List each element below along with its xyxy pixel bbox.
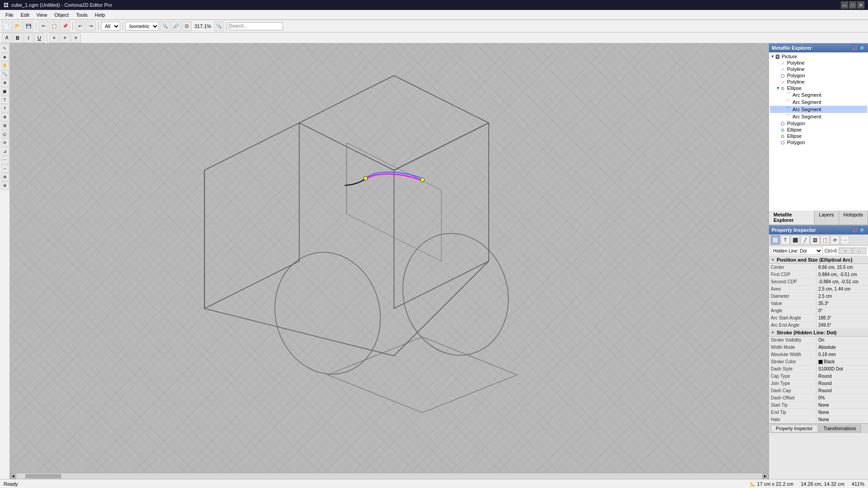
section-toggle-position[interactable]: ▼	[771, 258, 775, 262]
tool15[interactable]: ↔	[1, 164, 9, 173]
tool12[interactable]: ⟳	[1, 139, 9, 147]
line-style-btn1[interactable]: ─	[839, 248, 852, 254]
section-position[interactable]: ▼ Position and Size (Elliptical Arc)	[769, 256, 868, 264]
hidden-line-select[interactable]: Hidden Line: Dot	[771, 247, 823, 255]
new-btn[interactable]: 📄	[2, 21, 12, 31]
zoom-tool[interactable]: 🔍	[1, 70, 9, 78]
align-left-btn[interactable]: ≡	[49, 33, 59, 43]
cut-btn[interactable]: ✂	[38, 21, 48, 31]
prop-panel-pin-btn[interactable]: 📌	[852, 227, 858, 233]
save-btn[interactable]: 💾	[24, 21, 33, 31]
tool6[interactable]: ▣	[1, 87, 9, 95]
menu-tools[interactable]: Tools	[72, 11, 91, 19]
prop-icon-fill[interactable]: ⬛	[791, 235, 800, 244]
redo-btn[interactable]: ↪	[86, 21, 96, 31]
tree-item-ellipse1[interactable]: ▼ ⊙ Ellipse	[770, 85, 867, 91]
menu-object[interactable]: Object	[51, 11, 72, 19]
toggle-ellipse1[interactable]: ▼	[775, 86, 781, 90]
zoom-out-btn[interactable]: 🔎	[171, 21, 181, 31]
prop-icon-geometry[interactable]: ⬜	[771, 235, 780, 244]
tree-item-arc1[interactable]: ⌒ Arc Segment	[770, 91, 867, 99]
tree-item-arc2[interactable]: ⌒ Arc Segment	[770, 99, 867, 106]
prop-panel-controls[interactable]: 📌 ✕	[852, 227, 865, 233]
scroll-left-btn[interactable]: ◂	[10, 474, 16, 479]
prop-icon-transform[interactable]: ⟳	[830, 235, 840, 244]
text-btn[interactable]: A	[2, 33, 12, 43]
zoom-in-btn[interactable]: 🔍	[160, 21, 170, 31]
layer-dropdown[interactable]: All	[101, 22, 120, 31]
maximize-button[interactable]: □	[849, 1, 856, 9]
tab-metafile-explorer[interactable]: Metafile Explorer	[769, 211, 815, 225]
open-btn[interactable]: 📂	[13, 21, 23, 31]
zoom-btn2[interactable]: 🔍	[214, 21, 224, 31]
tool7[interactable]: T	[1, 96, 9, 104]
underline-btn[interactable]: U	[34, 33, 44, 43]
align-center-btn[interactable]: ≡	[60, 33, 70, 43]
menu-help[interactable]: Help	[91, 11, 109, 19]
italic-btn[interactable]: I	[24, 33, 33, 43]
zoom-fit-btn[interactable]: ⊡	[182, 21, 192, 31]
prop-icon-dots[interactable]: ⋯	[840, 235, 849, 244]
panel-header-controls[interactable]: 📌 ✕	[852, 45, 865, 51]
node-tool[interactable]: ◈	[1, 53, 9, 61]
tree-item-polyline1[interactable]: ⟋ Polyline	[770, 60, 867, 66]
prop-panel-close-btn[interactable]: ✕	[859, 227, 865, 233]
paste-btn[interactable]: 📌	[60, 21, 70, 31]
prop-icon-image[interactable]: 🖼	[811, 235, 820, 244]
tree-item-ellipse2[interactable]: ⊙ Ellipse	[770, 127, 867, 133]
tool8[interactable]: T	[1, 104, 9, 113]
toggle-picture[interactable]: ▼	[770, 54, 775, 59]
scroll-right-btn[interactable]: ▸	[762, 474, 769, 479]
tool5[interactable]: ⊕	[1, 79, 9, 87]
section-toggle-stroke[interactable]: ▼	[771, 330, 775, 335]
select-tool[interactable]: ↖	[1, 44, 9, 52]
tree-item-polyline2[interactable]: ⟋ Polyline	[770, 66, 867, 72]
close-button[interactable]: ✕	[857, 1, 864, 9]
prop-icon-stroke[interactable]: ╱	[801, 235, 810, 244]
search-input[interactable]	[229, 22, 283, 30]
property-list[interactable]: ▼ Position and Size (Elliptical Arc) Cen…	[769, 256, 868, 423]
menu-edit[interactable]: Edit	[17, 11, 33, 19]
metafile-tree-view[interactable]: ▼ 🖼 Picture ⟋ Polyline ⟋ Polyline	[769, 52, 868, 211]
tool14[interactable]: ⋯	[1, 156, 9, 164]
tab-hotspots[interactable]: Hotspots	[839, 211, 868, 225]
panel-close-btn[interactable]: ✕	[859, 45, 865, 51]
minimize-button[interactable]: —	[841, 1, 848, 9]
scroll-thumb-h[interactable]	[25, 474, 61, 479]
tab-layers[interactable]: Layers	[815, 211, 839, 225]
scrollbar-horizontal[interactable]: ◂ ▸	[10, 473, 769, 479]
prop-icon-text[interactable]: T	[781, 235, 790, 244]
tree-item-ellipse3[interactable]: ⊙ Ellipse	[770, 133, 867, 139]
tree-item-picture[interactable]: ▼ 🖼 Picture	[770, 53, 867, 60]
tree-item-polygon3[interactable]: ⬡ Polygon	[770, 139, 867, 145]
tree-item-arc3[interactable]: ⌒ Arc Segment	[770, 106, 867, 113]
tab-transformations[interactable]: Transformations	[819, 425, 861, 432]
menu-file[interactable]: File	[2, 11, 17, 19]
title-bar-controls[interactable]: — □ ✕	[841, 1, 864, 9]
tree-item-polygon2[interactable]: ⬡ Polygon	[770, 120, 867, 127]
tree-item-polyline3[interactable]: ⟋ Polyline	[770, 79, 867, 85]
tool13[interactable]: ⊿	[1, 147, 9, 155]
tab-property-inspector[interactable]: Property Inspector	[771, 425, 818, 432]
copy-btn[interactable]: 📋	[49, 21, 59, 31]
prop-row-cap-type: Cap Type Round	[769, 373, 868, 380]
tree-item-arc4[interactable]: ⌒ Arc Segment	[770, 113, 867, 120]
undo-btn[interactable]: ↩	[75, 21, 85, 31]
tool16[interactable]: ⟰	[1, 173, 9, 181]
align-right-btn[interactable]: ≡	[71, 33, 81, 43]
tree-item-polygon1[interactable]: ⬡ Polygon	[770, 72, 867, 79]
prop-icon-meta[interactable]: 📋	[821, 235, 830, 244]
panel-pin-btn[interactable]: 📌	[852, 45, 858, 51]
menu-view[interactable]: View	[33, 11, 51, 19]
hand-tool[interactable]: ✋	[1, 61, 9, 70]
view-dropdown[interactable]: Isometric	[125, 22, 159, 31]
tool9[interactable]: ⊗	[1, 113, 9, 121]
line-style-btn2[interactable]: - -	[853, 248, 866, 254]
scroll-track-h[interactable]	[16, 474, 762, 479]
bold-btn[interactable]: B	[13, 33, 23, 43]
section-stroke[interactable]: ▼ Stroke (Hidden Line: Dot)	[769, 329, 868, 337]
tool10[interactable]: ⊞	[1, 122, 9, 130]
canvas-area[interactable]: ◂ ▸	[10, 43, 769, 479]
tool17[interactable]: ⟱	[1, 182, 9, 190]
tool11[interactable]: ◱	[1, 130, 9, 138]
